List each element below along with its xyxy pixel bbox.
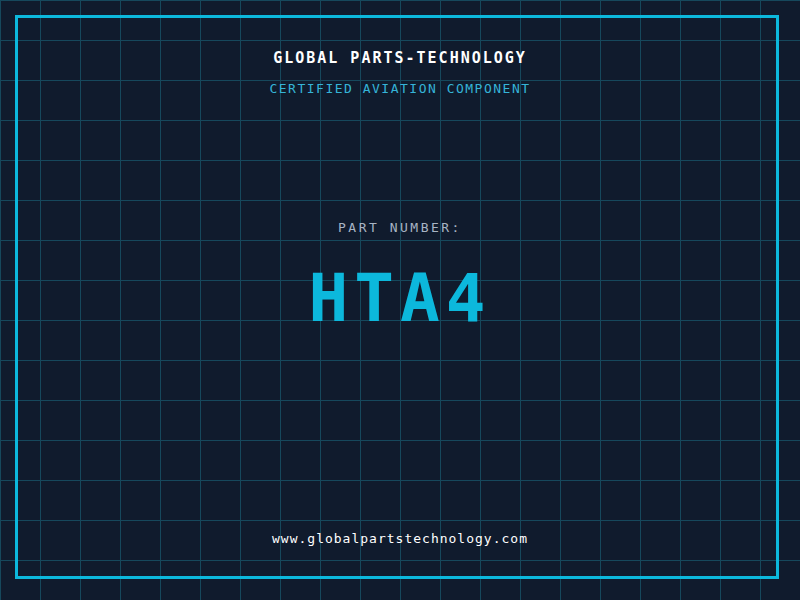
certification-subtitle: CERTIFIED AVIATION COMPONENT	[0, 81, 800, 96]
blueprint-canvas: GLOBAL PARTS-TECHNOLOGY CERTIFIED AVIATI…	[0, 0, 800, 600]
part-number-label: PART NUMBER:	[0, 220, 800, 235]
company-title: GLOBAL PARTS-TECHNOLOGY	[0, 49, 800, 67]
part-number-value: HTA4	[0, 264, 800, 334]
website-url: www.globalpartstechnology.com	[0, 531, 800, 546]
